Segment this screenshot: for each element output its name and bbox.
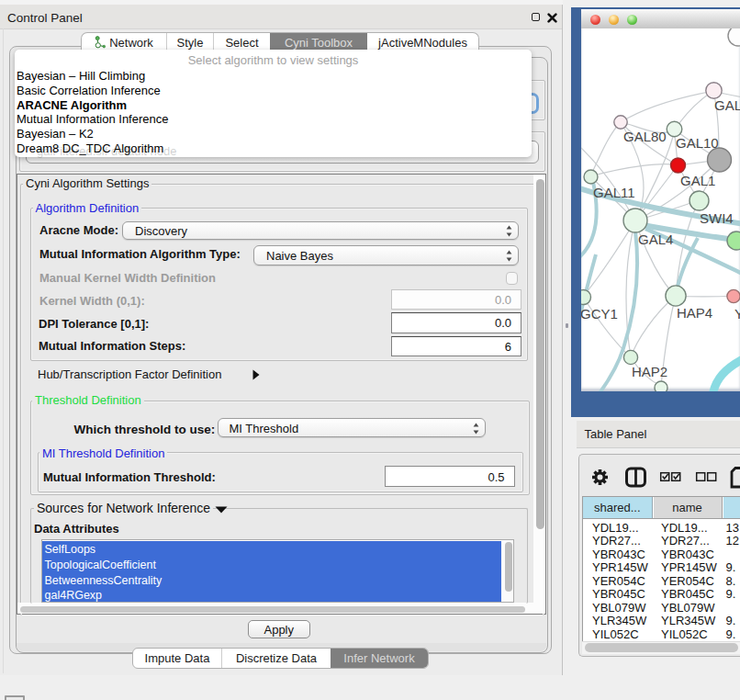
svg-text:GAL4: GAL4 [638, 231, 673, 247]
svg-text:GCY1: GCY1 [581, 306, 618, 322]
svg-text:Y: Y [734, 306, 740, 322]
svg-text:GAL7: GAL7 [714, 97, 740, 113]
svg-text:HAP4: HAP4 [677, 305, 712, 321]
svg-text:GAL11: GAL11 [593, 185, 635, 200]
svg-text:GAL80: GAL80 [623, 129, 667, 144]
svg-text:HAP2: HAP2 [632, 364, 667, 379]
svg-text:SWI4: SWI4 [700, 210, 734, 226]
svg-text:GAL1: GAL1 [680, 173, 715, 188]
svg-text:GAL10: GAL10 [676, 135, 719, 151]
